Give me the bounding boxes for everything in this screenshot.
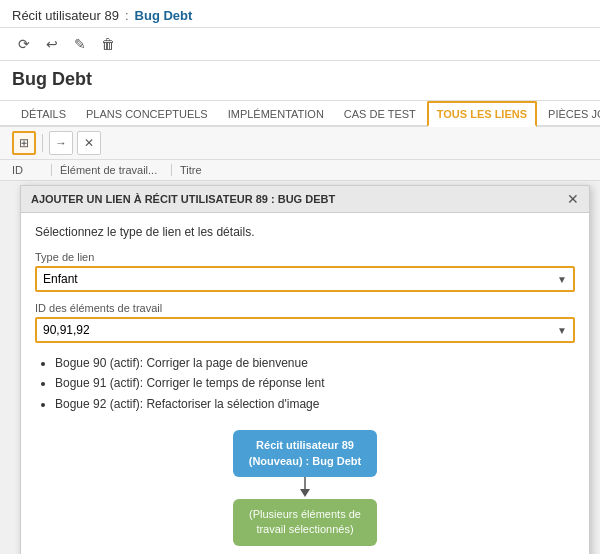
- main-content: AJOUTER UN LIEN À RÉCIT UTILISATEUR 89 :…: [0, 181, 600, 521]
- list-item-1: Bogue 91 (actif): Corriger le temps de r…: [55, 373, 575, 393]
- sub-toolbar-divider: [42, 134, 43, 152]
- type-select-wrapper: Enfant Parent Relatif Dupliqué: [35, 266, 575, 292]
- tab-tous-les-liens[interactable]: TOUS LES LIENS: [427, 101, 537, 127]
- type-de-lien-label: Type de lien: [35, 251, 575, 263]
- type-de-lien-group: Type de lien Enfant Parent Relatif Dupli…: [35, 251, 575, 292]
- svg-marker-1: [300, 489, 310, 497]
- column-headers: ID Élément de travail... Titre: [0, 160, 600, 181]
- tab-pieces-jointes[interactable]: PIÈCES JOINTES: [539, 102, 600, 125]
- breadcrumb-separator: :: [125, 8, 129, 23]
- flow-arrow: [295, 477, 315, 499]
- page-header: Bug Debt: [0, 61, 600, 101]
- refresh-button[interactable]: ⟳: [12, 32, 36, 56]
- id-input-wrapper: [35, 317, 575, 343]
- add-link-button[interactable]: ⊞: [12, 131, 36, 155]
- list-item-2: Bogue 92 (actif): Refactoriser la sélect…: [55, 394, 575, 414]
- node-blue-line1: Récit utilisateur 89: [256, 439, 354, 451]
- list-item-0: Bogue 90 (actif): Corriger la page de bi…: [55, 353, 575, 373]
- modal-header: AJOUTER UN LIEN À RÉCIT UTILISATEUR 89 :…: [21, 186, 589, 213]
- node-blue-line2: (Nouveau) : Bug Debt: [249, 455, 361, 467]
- flow-node-multiple: (Plusieurs éléments de travail sélection…: [233, 499, 377, 546]
- node-green-line2: travail sélectionnés): [256, 523, 353, 535]
- title-bar: Récit utilisateur 89 : Bug Debt: [0, 0, 600, 28]
- work-items-list: Bogue 90 (actif): Corriger la page de bi…: [35, 353, 575, 414]
- id-elements-input[interactable]: [35, 317, 575, 343]
- tab-details[interactable]: DÉTAILS: [12, 102, 75, 125]
- breadcrumb-main: Bug Debt: [135, 8, 193, 23]
- tab-implementation[interactable]: IMPLÉMENTATION: [219, 102, 333, 125]
- tab-plans-conceptuels[interactable]: PLANS CONCEPTUELS: [77, 102, 217, 125]
- breadcrumb-prefix: Récit utilisateur 89: [12, 8, 119, 23]
- tab-cas-de-test[interactable]: CAS DE TEST: [335, 102, 425, 125]
- col-header-title: Titre: [172, 164, 588, 176]
- forward-icon: →: [55, 136, 67, 150]
- delete-button[interactable]: 🗑: [96, 32, 120, 56]
- undo-button[interactable]: ↩: [40, 32, 64, 56]
- page-title: Bug Debt: [12, 69, 588, 90]
- type-de-lien-select[interactable]: Enfant Parent Relatif Dupliqué: [35, 266, 575, 292]
- flow-diagram: Récit utilisateur 89 (Nouveau) : Bug Deb…: [35, 426, 575, 554]
- tabs-bar: DÉTAILS PLANS CONCEPTUELS IMPLÉMENTATION…: [0, 101, 600, 127]
- add-link-icon: ⊞: [19, 136, 29, 150]
- col-header-element: Élément de travail...: [52, 164, 172, 176]
- id-elements-group: ID des éléments de travail: [35, 302, 575, 343]
- id-elements-label: ID des éléments de travail: [35, 302, 575, 314]
- forward-button[interactable]: →: [49, 131, 73, 155]
- modal-description: Sélectionnez le type de lien et les déta…: [35, 225, 575, 239]
- remove-icon: ✕: [84, 136, 94, 150]
- modal-dialog: AJOUTER UN LIEN À RÉCIT UTILISATEUR 89 :…: [20, 185, 590, 554]
- edit-button[interactable]: ✎: [68, 32, 92, 56]
- modal-close-button[interactable]: ✕: [567, 192, 579, 206]
- remove-button[interactable]: ✕: [77, 131, 101, 155]
- modal-title: AJOUTER UN LIEN À RÉCIT UTILISATEUR 89 :…: [31, 193, 335, 205]
- node-green-line1: (Plusieurs éléments de: [249, 508, 361, 520]
- toolbar: ⟳ ↩ ✎ 🗑: [0, 28, 600, 61]
- modal-body: Sélectionnez le type de lien et les déta…: [21, 213, 589, 554]
- sub-toolbar: ⊞ → ✕: [0, 127, 600, 160]
- flow-node-user-story: Récit utilisateur 89 (Nouveau) : Bug Deb…: [233, 430, 377, 477]
- col-header-id: ID: [12, 164, 52, 176]
